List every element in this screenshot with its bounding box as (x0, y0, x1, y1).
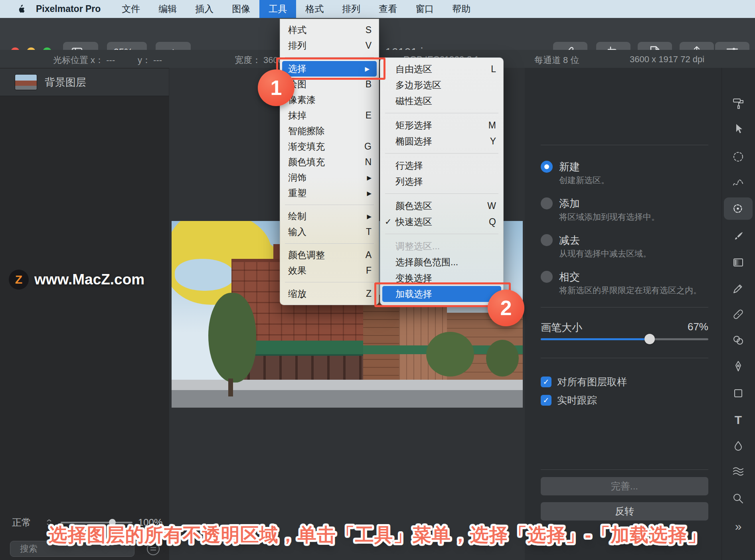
quick-select-icon[interactable] (724, 197, 753, 220)
freeform-select-icon[interactable] (724, 172, 753, 194)
checkbox-row-实时跟踪[interactable]: ✓实时跟踪 (541, 393, 627, 407)
menubar-item-查看[interactable]: 查看 (370, 0, 406, 18)
refine-button[interactable]: 完善... (541, 477, 708, 495)
app-name[interactable]: Pixelmator Pro (36, 4, 101, 14)
radio-button[interactable] (541, 197, 553, 209)
blend-mode-value[interactable]: 正常 (12, 516, 31, 529)
selection-mode-新建[interactable]: 新建创建新选区。 (541, 160, 708, 185)
selection-mode-添加[interactable]: 添加将区域添加到现有选择中。 (541, 197, 708, 222)
menu-item-自由选区[interactable]: 自由选区L (380, 61, 503, 77)
photo-tree (486, 340, 519, 377)
menubar-item-窗口[interactable]: 窗口 (406, 0, 443, 18)
menu-item-label: 样式 (288, 24, 306, 36)
menu-item-选择颜色范围...[interactable]: 选择颜色范围... (380, 254, 503, 270)
menu-item-label: 选择颜色范围... (395, 256, 458, 268)
menubar-item-文件[interactable]: 文件 (113, 0, 149, 18)
menubar-item-帮助[interactable]: 帮助 (443, 0, 480, 18)
shape-icon[interactable] (724, 382, 753, 404)
menubar-item-编辑[interactable]: 编辑 (149, 0, 186, 18)
menu-item-渐变填充[interactable]: 渐变填充G (280, 139, 379, 154)
photo-tree (426, 332, 474, 377)
pencil-icon[interactable] (724, 277, 753, 300)
checkbox[interactable]: ✓ (541, 395, 551, 406)
layer-row[interactable]: 背景图层 (0, 69, 169, 96)
menu-item-label: 润饰 (288, 172, 306, 184)
watermark: Z www.MacZ.com (9, 270, 144, 290)
annotation-badge-1: 1 (258, 69, 294, 106)
menu-item-绘制[interactable]: 绘制▶ (280, 209, 379, 224)
menu-item-多边形选区[interactable]: 多边形选区 (380, 77, 503, 93)
brush-icon[interactable] (724, 225, 753, 248)
menu-item-label: 排列 (288, 39, 306, 52)
menubar-item-插入[interactable]: 插入 (186, 0, 223, 18)
selection-mode-相交[interactable]: 相交将新选区的界限限定在现有选区之内。 (541, 270, 708, 296)
menu-item-效果[interactable]: 效果F (280, 263, 379, 278)
menubar-item-工具[interactable]: 工具 (259, 0, 296, 18)
menu-item-磁性选区[interactable]: 磁性选区 (380, 93, 503, 109)
invert-button[interactable]: 反转 (541, 502, 708, 521)
heal-bandage-icon[interactable] (724, 303, 753, 325)
watermark-text: www.MacZ.com (34, 271, 144, 288)
menu-item-缩放[interactable]: 缩放Z (280, 286, 379, 302)
menu-item-快速选区[interactable]: ✓快速选区Q (380, 214, 503, 230)
radio-button[interactable] (541, 271, 553, 283)
warp-icon[interactable] (724, 460, 753, 483)
menu-shortcut: Y (490, 136, 496, 147)
text-icon[interactable]: T (724, 409, 753, 431)
cursor-icon[interactable] (724, 118, 753, 140)
menu-item-颜色调整[interactable]: 颜色调整A (280, 247, 379, 263)
magnifier-icon[interactable] (724, 487, 753, 510)
menu-item-排列[interactable]: 排列V (280, 38, 379, 53)
pen-icon[interactable] (724, 355, 753, 377)
menu-item-智能擦除[interactable]: 智能擦除 (280, 123, 379, 139)
cursor-position-y: y： --- (138, 54, 162, 66)
annotation-badge-2: 2 (488, 290, 524, 326)
brush-size-slider[interactable] (541, 338, 708, 340)
brush-size-label: 画笔大小 (541, 321, 582, 335)
clone-stamp-icon[interactable] (724, 329, 753, 351)
menu-item-矩形选择[interactable]: 矩形选择M (380, 117, 503, 133)
menu-item-行选择[interactable]: 行选择 (380, 158, 503, 174)
layers-panel: 背景图层 (0, 68, 170, 560)
menu-item-label: 颜色选区 (395, 200, 432, 212)
menu-item-样式[interactable]: 样式S (280, 22, 379, 38)
menu-shortcut: W (487, 201, 496, 211)
menubar-item-格式[interactable]: 格式 (296, 0, 333, 18)
menu-item-label: 效果 (288, 264, 306, 277)
checkbox-row-对所有图层取样[interactable]: ✓对所有图层取样 (541, 375, 627, 388)
menu-item-label: 多边形选区 (395, 79, 441, 91)
checkbox[interactable]: ✓ (541, 377, 551, 387)
paint-roller-icon[interactable] (724, 92, 753, 114)
menu-item-颜色填充[interactable]: 颜色填充N (280, 154, 379, 170)
divider (541, 307, 708, 308)
bit-depth: 每通道 8 位 (534, 54, 579, 66)
color-droplet-icon[interactable] (724, 435, 753, 457)
apple-icon[interactable] (15, 4, 27, 14)
checkbox-label: 对所有图层取样 (557, 375, 627, 388)
menubar-item-图像[interactable]: 图像 (223, 0, 259, 18)
mode-label: 新建 (559, 160, 580, 174)
menu-item-抹掉[interactable]: 抹掉E (280, 108, 379, 123)
menu-separator (285, 243, 374, 244)
marquee-icon[interactable] (724, 146, 753, 168)
menu-item-label: 渐变填充 (288, 140, 325, 153)
menubar-item-排列[interactable]: 排列 (333, 0, 370, 18)
menu-shortcut: N (365, 157, 372, 168)
menu-shortcut: S (366, 25, 372, 35)
brush-slider-knob[interactable] (644, 334, 655, 344)
menu-item-列选择[interactable]: 列选择 (380, 174, 503, 189)
menu-item-颜色选区[interactable]: 颜色选区W (380, 198, 503, 214)
more-chevrons-icon[interactable]: » (724, 515, 753, 538)
menu-item-输入[interactable]: 输入T (280, 224, 379, 240)
menu-item-label: 颜色调整 (288, 249, 325, 261)
menu-item-像素漆[interactable]: 像素漆 (280, 92, 379, 108)
divider (541, 358, 708, 358)
menu-item-润饰[interactable]: 润饰▶ (280, 170, 379, 185)
brush-size-value: 67% (688, 321, 708, 335)
menu-item-椭圆选择[interactable]: 椭圆选择Y (380, 133, 503, 149)
menu-item-重塑[interactable]: 重塑▶ (280, 185, 379, 201)
radio-button[interactable] (541, 234, 553, 246)
selection-mode-减去[interactable]: 减去从现有选择中减去区域。 (541, 233, 708, 259)
radio-button[interactable] (541, 161, 553, 173)
gradient-icon[interactable] (724, 251, 753, 274)
